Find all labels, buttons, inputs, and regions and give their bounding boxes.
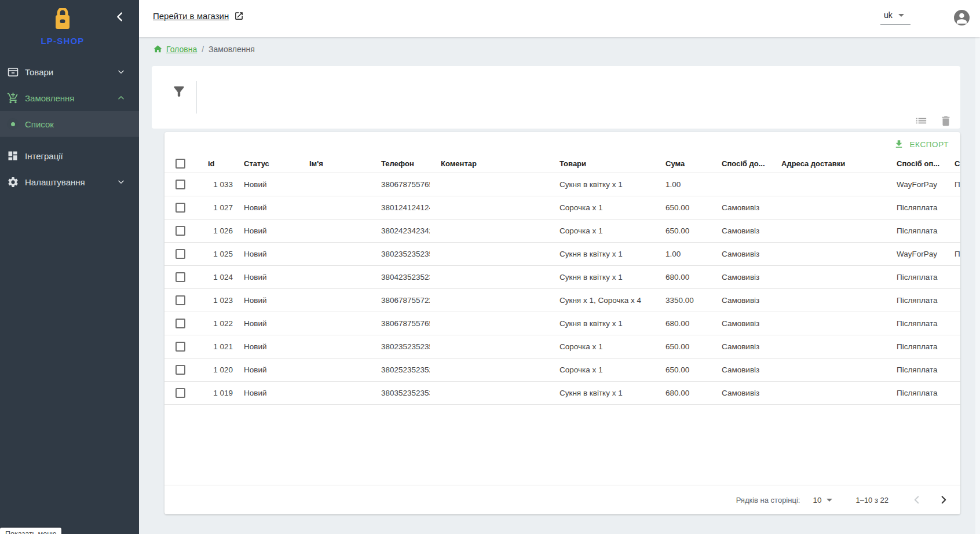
chevron-up-icon	[117, 94, 125, 102]
sidebar-item-label: Налаштування	[25, 177, 117, 187]
table-row[interactable]: 1 022Новий380678755765Сукня в квітку х 1…	[164, 312, 960, 335]
cell-comment	[430, 265, 548, 288]
cell-extra	[944, 381, 960, 404]
table-row[interactable]: 1 019Новий380352352353Сукня в квітку х 1…	[164, 381, 960, 404]
user-avatar[interactable]	[954, 10, 970, 25]
filter-funnel-icon[interactable]	[171, 84, 187, 99]
cell-name	[298, 358, 370, 381]
column-header-payment[interactable]: Спосіб оп...	[886, 155, 944, 173]
table-row[interactable]: 1 023Новий380678755722Сукня х 1, Сорочка…	[164, 288, 960, 312]
column-header-phone[interactable]: Телефон	[370, 155, 430, 173]
row-checkbox[interactable]	[175, 272, 185, 282]
sidebar-item-settings[interactable]: Налаштування	[0, 169, 139, 195]
scrollbar-track[interactable]	[975, 37, 980, 534]
cell-phone: 380678755722	[370, 288, 430, 312]
table-row[interactable]: 1 033Новий380678755765Сукня в квітку х 1…	[164, 173, 960, 196]
cell-sum: 650.00	[654, 358, 711, 381]
row-checkbox[interactable]	[175, 249, 185, 259]
trash-icon[interactable]	[939, 115, 952, 127]
cell-id: 1 024	[197, 265, 233, 288]
column-list-icon[interactable]	[915, 114, 928, 127]
rows-per-page-select[interactable]: 10	[813, 496, 832, 504]
cell-phone: 380235235235	[370, 242, 430, 265]
next-page-icon[interactable]	[937, 493, 950, 506]
show-menu-tooltip: Показать меню	[0, 528, 61, 534]
column-header-status[interactable]: Статус	[233, 155, 298, 173]
filter-input-divider	[196, 81, 197, 114]
cell-extra: Пі	[944, 173, 960, 196]
row-checkbox[interactable]	[175, 365, 185, 375]
row-checkbox[interactable]	[175, 342, 185, 352]
table-row[interactable]: 1 020Новий380252352352Сорочка х 1650.00С…	[164, 358, 960, 381]
row-checkbox[interactable]	[175, 319, 185, 328]
cell-products: Сукня х 1, Сорочка х 4	[548, 288, 654, 312]
cell-name	[298, 219, 370, 242]
cell-payment: Післяплата	[886, 196, 944, 219]
column-header-address[interactable]: Адреса доставки	[770, 155, 886, 173]
sidebar-collapse-button[interactable]	[114, 10, 126, 23]
sidebar-item-integrations[interactable]: Інтеграції	[0, 143, 139, 169]
app-logo-text: LP-SHOP	[0, 36, 125, 46]
language-select[interactable]: uk	[880, 9, 910, 25]
cell-products: Сукня в квітку х 1	[548, 173, 654, 196]
cell-products: Сукня в квітку х 1	[548, 242, 654, 265]
go-to-store-link[interactable]: Перейти в магазин	[153, 11, 244, 21]
table-row[interactable]: 1 021Новий380235235235Сорочка х 1650.00С…	[164, 335, 960, 358]
column-header-sum[interactable]: Сума	[654, 155, 711, 173]
cell-delivery: Самовивіз	[711, 196, 770, 219]
sidebar-item-orders[interactable]: Замовлення	[0, 85, 139, 111]
cell-sum: 680.00	[654, 265, 711, 288]
breadcrumb-current: Замовлення	[209, 45, 255, 54]
cell-address	[770, 335, 886, 358]
cell-comment	[430, 358, 548, 381]
table-row[interactable]: 1 025Новий380235235235Сукня в квітку х 1…	[164, 242, 960, 265]
row-checkbox[interactable]	[175, 180, 185, 189]
cell-payment: Післяплата	[886, 335, 944, 358]
chevron-down-icon	[117, 178, 125, 186]
column-header-id[interactable]: id	[197, 155, 233, 173]
cell-address	[770, 358, 886, 381]
column-header-delivery[interactable]: Спосіб до...	[711, 155, 770, 173]
cell-comment	[430, 242, 548, 265]
cell-address	[770, 173, 886, 196]
caret-down-icon	[827, 499, 832, 502]
cell-extra	[944, 265, 960, 288]
cell-status: Новий	[233, 381, 298, 404]
column-header-name[interactable]: Ім'я	[298, 155, 370, 173]
sidebar-item-label: Інтеграції	[25, 151, 139, 161]
cell-name	[298, 196, 370, 219]
breadcrumb: Головна / Замовлення	[153, 44, 255, 54]
row-checkbox[interactable]	[175, 203, 185, 213]
cell-id: 1 033	[197, 173, 233, 196]
cell-extra: Пі	[944, 242, 960, 265]
export-button[interactable]: ЕКСПОРТ	[889, 136, 953, 153]
sidebar-item-orders-list[interactable]: Список	[0, 111, 139, 137]
cell-payment: Післяплата	[886, 381, 944, 404]
table-row[interactable]: 1 026Новий380242342342Сорочка х 1650.00С…	[164, 219, 960, 242]
app-logo[interactable]: LP-SHOP	[0, 8, 125, 46]
column-header-products[interactable]: Товари	[548, 155, 654, 173]
cell-id: 1 021	[197, 335, 233, 358]
integrations-grid-icon	[6, 150, 20, 162]
cell-payment: WayForPay	[886, 173, 944, 196]
cell-delivery: Самовивіз	[711, 288, 770, 312]
cell-sum: 3350.00	[654, 288, 711, 312]
row-checkbox[interactable]	[175, 295, 185, 305]
row-checkbox[interactable]	[175, 388, 185, 398]
cell-id: 1 022	[197, 312, 233, 335]
table-row[interactable]: 1 024Новий380423523523Сукня в квітку х 1…	[164, 265, 960, 288]
sidebar-item-products[interactable]: Товари	[0, 59, 139, 85]
breadcrumb-home-label: Головна	[166, 45, 197, 54]
breadcrumb-home-link[interactable]: Головна	[153, 44, 197, 54]
row-checkbox[interactable]	[175, 226, 185, 236]
column-header-comment[interactable]: Коментар	[430, 155, 548, 173]
cell-payment: WayForPay	[886, 242, 944, 265]
select-all-checkbox[interactable]	[175, 159, 185, 169]
cell-name	[298, 312, 370, 335]
column-header-extra[interactable]: С	[944, 155, 960, 173]
settings-gear-icon	[6, 176, 20, 188]
cell-status: Новий	[233, 242, 298, 265]
table-row[interactable]: 1 027Новий380124124124Сорочка х 1650.00С…	[164, 196, 960, 219]
cell-address	[770, 381, 886, 404]
products-box-icon	[6, 66, 20, 78]
